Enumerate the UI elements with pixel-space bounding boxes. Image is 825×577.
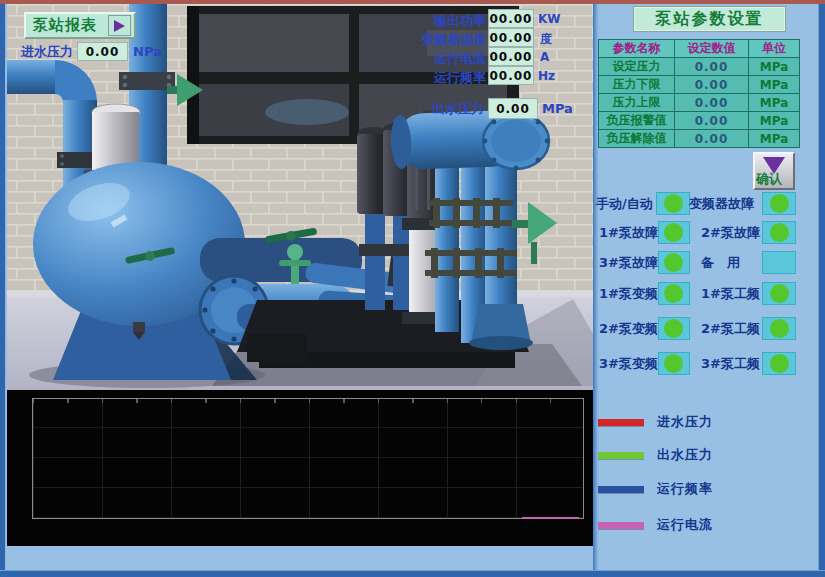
window-border-top xyxy=(0,0,825,4)
settings-row-negative-pressure-alarm: 负压报警值 0.00 MPa xyxy=(599,112,800,130)
status-lamp xyxy=(664,354,683,373)
outlet-pressure-unit: MPa xyxy=(542,101,573,116)
scene-area: 泵站报表 进水压力 0.00 NPa 输出功率 变频器温度 运行电流 运行频率 … xyxy=(7,4,593,390)
legend-run-current: 运行电流 xyxy=(598,516,713,534)
legend-swatch xyxy=(598,522,644,529)
settings-col-value: 设定数值 xyxy=(675,40,749,58)
status-lamp xyxy=(664,194,683,213)
param-unit: MPa xyxy=(749,130,800,148)
lamp-box xyxy=(658,317,690,340)
status-lamp xyxy=(770,284,789,303)
run-frequency-label: 运行频率 xyxy=(404,69,486,87)
param-name: 负压解除值 xyxy=(599,130,675,148)
trend-chart xyxy=(7,390,593,546)
lamp-box xyxy=(658,282,690,305)
param-name: 设定压力 xyxy=(599,58,675,76)
confirm-button-label: 确认 xyxy=(756,170,782,188)
confirm-button[interactable]: 确认 xyxy=(753,152,795,190)
trend-plot-area xyxy=(32,398,584,519)
param-value[interactable]: 0.00 xyxy=(675,112,749,130)
legend-inlet-pressure: 进水压力 xyxy=(598,413,713,431)
status-pump1-vfd: 1#泵变频 xyxy=(599,282,690,305)
inverter-temp-unit: 度 xyxy=(540,31,552,48)
window-border-bottom xyxy=(0,570,825,577)
param-value[interactable]: 0.00 xyxy=(675,94,749,112)
lamp-box xyxy=(658,221,690,244)
param-value[interactable]: 0.00 xyxy=(675,58,749,76)
settings-row-pressure-low: 压力下限 0.00 MPa xyxy=(599,76,800,94)
status-lamp xyxy=(664,284,683,303)
param-unit: MPa xyxy=(749,94,800,112)
legend-outlet-pressure: 出水压力 xyxy=(598,446,713,464)
outlet-pressure-label: 出水压力 xyxy=(432,100,484,118)
output-power-label: 输出功率 xyxy=(404,12,486,30)
settings-col-name: 参数名称 xyxy=(599,40,675,58)
status-pump3-fault: 3#泵故障 xyxy=(599,251,690,274)
inverter-temp-label: 变频器温度 xyxy=(404,31,486,49)
status-lamp xyxy=(770,253,789,272)
run-frequency-unit: Hz xyxy=(538,69,555,83)
lamp-box xyxy=(656,192,690,215)
status-pump2-vfd: 2#泵变频 xyxy=(599,317,690,340)
lamp-box xyxy=(762,221,796,244)
outlet-pressure-value: 0.00 xyxy=(488,98,538,119)
run-current-unit: A xyxy=(540,50,549,64)
status-lamp xyxy=(664,319,683,338)
legend-swatch xyxy=(598,419,644,426)
inverter-temp-value: 00.00 xyxy=(488,28,534,47)
status-inverter-fault: 变频器故障 xyxy=(689,192,796,215)
window-border-right xyxy=(818,0,825,577)
inlet-pressure-value: 0.00 xyxy=(77,42,128,61)
param-name: 压力下限 xyxy=(599,76,675,94)
lamp-box xyxy=(762,352,796,375)
settings-table: 参数名称 设定数值 单位 设定压力 0.00 MPa 压力下限 0.00 MPa… xyxy=(598,39,800,148)
legend-run-frequency: 运行频率 xyxy=(598,480,713,498)
settings-row-pressure-high: 压力上限 0.00 MPa xyxy=(599,94,800,112)
play-icon[interactable] xyxy=(108,15,131,36)
pump-station-hmi: 泵站报表 进水压力 0.00 NPa 输出功率 变频器温度 运行电流 运行频率 … xyxy=(0,0,825,577)
legend-swatch xyxy=(598,452,644,459)
status-lamp xyxy=(664,223,683,242)
run-current-label: 运行电流 xyxy=(404,50,486,68)
status-pump1-mains: 1#泵工频 xyxy=(701,282,796,305)
inlet-pressure-label: 进水压力 xyxy=(21,43,73,61)
param-unit: MPa xyxy=(749,76,800,94)
status-lamp xyxy=(770,354,789,373)
lamp-box xyxy=(762,317,796,340)
report-button-label: 泵站报表 xyxy=(33,16,97,35)
param-name: 压力上限 xyxy=(599,94,675,112)
lamp-box xyxy=(762,251,796,274)
outlet-pressure-row: 出水压力 0.00 MPa xyxy=(432,98,573,119)
window-border-left xyxy=(0,0,6,577)
status-pump2-fault: 2#泵故障 xyxy=(701,221,796,244)
trend-axis-ticks xyxy=(33,399,583,403)
param-value[interactable]: 0.00 xyxy=(675,76,749,94)
run-frequency-value: 00.00 xyxy=(488,66,534,85)
status-lamp xyxy=(770,194,789,213)
param-name: 负压报警值 xyxy=(599,112,675,130)
lamp-box xyxy=(658,352,690,375)
report-button[interactable]: 泵站报表 xyxy=(24,12,136,39)
status-pump3-vfd: 3#泵变频 xyxy=(599,352,690,375)
output-power-value: 00.00 xyxy=(488,9,534,28)
settings-row-set-pressure: 设定压力 0.00 MPa xyxy=(599,58,800,76)
status-pump3-mains: 3#泵工频 xyxy=(701,352,796,375)
run-current-trace xyxy=(522,517,579,519)
settings-row-negative-pressure-release: 负压解除值 0.00 MPa xyxy=(599,130,800,148)
status-pump1-fault: 1#泵故障 xyxy=(599,221,690,244)
param-value[interactable]: 0.00 xyxy=(675,130,749,148)
run-current-value: 00.00 xyxy=(488,47,534,66)
status-manual-auto: 手动/自动 xyxy=(596,192,690,215)
param-unit: MPa xyxy=(749,58,800,76)
status-lamp xyxy=(770,319,789,338)
lamp-box xyxy=(762,282,796,305)
output-power-unit: KW xyxy=(538,12,561,26)
lamp-box xyxy=(762,192,796,215)
inlet-pressure-row: 进水压力 0.00 NPa xyxy=(21,42,162,61)
status-lamp xyxy=(664,253,683,272)
legend-swatch xyxy=(598,486,644,493)
status-spare: 备 用 xyxy=(701,251,796,274)
param-unit: MPa xyxy=(749,112,800,130)
lamp-box xyxy=(658,251,690,274)
inlet-pressure-unit: NPa xyxy=(133,44,162,59)
